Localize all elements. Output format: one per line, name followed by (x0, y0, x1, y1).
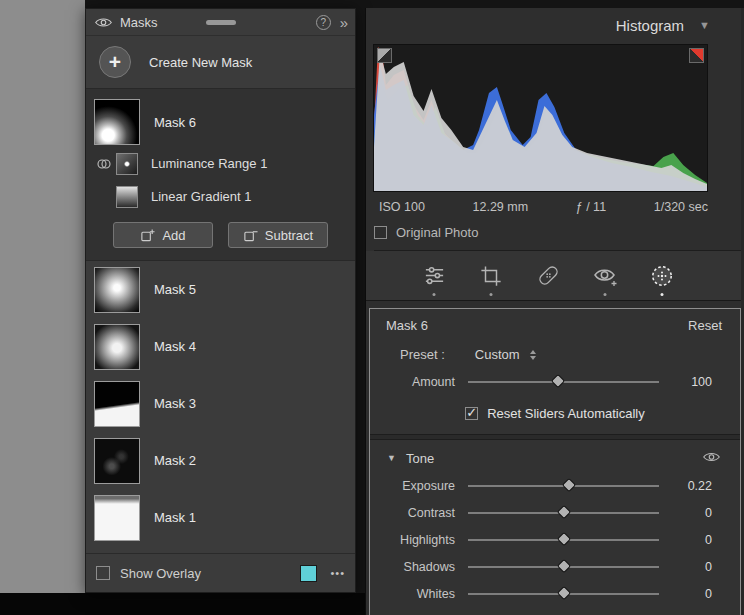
mask-item[interactable]: Mask 1 (86, 489, 355, 546)
mask-label: Mask 3 (154, 396, 196, 411)
exposure-value: 0.22 (672, 479, 712, 493)
preset-stepper-icon[interactable] (530, 350, 536, 360)
mask-label: Mask 2 (154, 453, 196, 468)
histogram-graph[interactable] (374, 45, 707, 191)
contrast-slider-knob[interactable] (556, 504, 570, 518)
histogram-title: Histogram (616, 17, 684, 34)
reset-sliders-checkbox[interactable]: ✓ (465, 407, 478, 420)
reset-button[interactable]: Reset (688, 318, 722, 333)
shadows-slider-knob[interactable] (556, 558, 570, 572)
masks-panel-title: Masks (120, 15, 158, 30)
component-label: Luminance Range 1 (151, 156, 267, 171)
mask-item[interactable]: Mask 2 (86, 432, 355, 489)
masks-panel-header: Masks ? » (86, 9, 355, 36)
iso-value: ISO 100 (379, 200, 425, 214)
masking-icon (650, 264, 674, 288)
whites-label: Whites (370, 587, 455, 601)
preset-select[interactable]: Custom (475, 347, 520, 362)
healing-bandaid-icon (537, 264, 560, 287)
highlights-slider-row: Highlights 0 (370, 526, 740, 553)
highlights-slider-knob[interactable] (556, 531, 570, 545)
contrast-slider-track[interactable] (468, 512, 659, 514)
mask-component-luminance[interactable]: Luminance Range 1 (86, 147, 355, 180)
photo-canvas-background (0, 0, 85, 593)
add-button-label: Add (162, 228, 185, 243)
exif-info-row: ISO 100 12.29 mm ƒ / 11 1/320 sec (379, 200, 708, 214)
tone-section-header[interactable]: ▼ Tone (370, 440, 740, 472)
masking-panel-header: Mask 6 Reset (370, 309, 740, 337)
whites-slider-track[interactable] (468, 593, 659, 595)
contrast-label: Contrast (370, 506, 455, 520)
more-options-icon[interactable]: ••• (330, 567, 345, 579)
mask-component-linear-gradient[interactable]: Linear Gradient 1 (86, 180, 355, 213)
mask-item[interactable]: Mask 5 (86, 261, 355, 318)
highlights-value: 0 (672, 533, 712, 547)
collapse-triangle-icon[interactable]: ▼ (699, 19, 710, 31)
mask-thumbnail[interactable] (94, 99, 140, 145)
overlay-color-swatch[interactable] (300, 565, 317, 582)
tool-masking[interactable] (649, 263, 675, 289)
filmstrip-area (0, 593, 365, 615)
mask-label: Mask 5 (154, 282, 196, 297)
mask-thumbnail[interactable] (94, 438, 140, 484)
mask-item[interactable]: Mask 3 (86, 375, 355, 432)
reset-sliders-row: ✓ Reset Sliders Automatically (370, 398, 740, 434)
mask-thumbnail[interactable] (94, 267, 140, 313)
mask-label: Mask 4 (154, 339, 196, 354)
highlights-slider-track[interactable] (468, 539, 659, 541)
mask-combine-buttons: Add Subtract (86, 213, 355, 250)
exposure-slider-knob[interactable] (562, 477, 576, 491)
shutter-speed-value: 1/320 sec (654, 200, 708, 214)
tool-adjust[interactable] (421, 263, 447, 289)
tone-visibility-eye-icon[interactable] (703, 449, 720, 467)
plus-icon[interactable]: + (99, 46, 131, 78)
amount-label: Amount (370, 375, 455, 389)
subtract-button-label: Subtract (265, 228, 313, 243)
mask-item-selected[interactable]: Mask 6 (86, 97, 355, 147)
shadow-clipping-indicator[interactable] (377, 48, 392, 63)
tool-healing[interactable] (535, 263, 561, 289)
develop-right-panel: Histogram ▼ ISO 100 12.29 mm ƒ / 11 1/32… (365, 8, 744, 615)
amount-slider-knob[interactable] (551, 374, 565, 388)
disclosure-triangle-icon[interactable]: ▼ (387, 453, 396, 463)
exposure-slider-track[interactable] (468, 485, 659, 487)
mask-thumbnail[interactable] (94, 381, 140, 427)
focal-length-value: 12.29 mm (473, 200, 529, 214)
histogram-display[interactable] (373, 44, 708, 192)
show-overlay-checkbox[interactable] (96, 566, 110, 580)
tool-active-dot (604, 293, 607, 296)
dock-panel-icon[interactable]: » (340, 14, 346, 31)
tool-active-dot (490, 293, 493, 296)
add-button[interactable]: Add (113, 222, 213, 248)
amount-slider-track[interactable] (468, 381, 659, 383)
original-photo-checkbox[interactable] (374, 226, 387, 239)
highlights-label: Highlights (370, 533, 455, 547)
contrast-value: 0 (672, 506, 712, 520)
highlight-clipping-indicator[interactable] (689, 48, 704, 63)
component-label: Linear Gradient 1 (151, 189, 251, 204)
amount-slider-row: Amount 100 (370, 366, 740, 398)
intersect-badge-icon (96, 156, 112, 172)
help-icon[interactable]: ? (316, 15, 331, 30)
visibility-eye-icon[interactable] (95, 16, 112, 29)
mask-thumbnail[interactable] (94, 495, 140, 541)
histogram-header[interactable]: Histogram ▼ (366, 8, 744, 42)
mask-item[interactable]: Mask 4 (86, 318, 355, 375)
stepper-up-icon (530, 350, 536, 354)
tool-crop[interactable] (478, 263, 504, 289)
contrast-slider-row: Contrast 0 (370, 499, 740, 526)
whites-slider-knob[interactable] (556, 585, 570, 599)
tool-active-dot (661, 293, 664, 296)
tool-red-eye[interactable] (592, 263, 618, 289)
subtract-button[interactable]: Subtract (228, 222, 328, 248)
original-photo-label: Original Photo (396, 225, 478, 240)
create-new-mask-button[interactable]: + Create New Mask (86, 36, 355, 88)
create-new-mask-label: Create New Mask (149, 55, 252, 70)
linear-gradient-icon (116, 186, 138, 208)
shadows-slider-row: Shadows 0 (370, 553, 740, 580)
checkmark-icon: ✓ (466, 405, 477, 420)
shadows-slider-track[interactable] (468, 566, 659, 568)
drag-handle[interactable] (206, 20, 236, 25)
mask-thumbnail[interactable] (94, 324, 140, 370)
preset-row: Preset : Custom (370, 337, 740, 366)
